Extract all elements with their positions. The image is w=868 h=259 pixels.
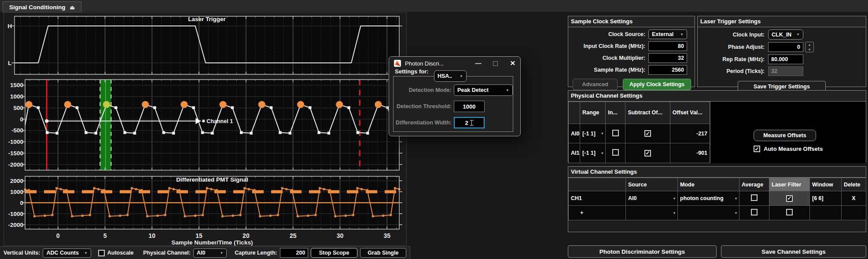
detected-peak-marker bbox=[26, 101, 33, 108]
phase-adjust-spinner[interactable]: ▲ ▼ bbox=[805, 42, 814, 52]
sample-rate-input[interactable]: 2560 bbox=[648, 65, 687, 75]
detected-peak-marker bbox=[180, 101, 188, 108]
source-dropdown[interactable]: AI0▾ bbox=[626, 191, 678, 206]
rep-rate-input[interactable]: 80.000 bbox=[768, 55, 803, 64]
minimize-icon[interactable]: — bbox=[475, 60, 481, 67]
advanced-button[interactable]: Advanced bbox=[573, 79, 618, 90]
subtract-offsets-checkbox[interactable] bbox=[644, 130, 651, 137]
clock-source-dropdown[interactable]: External ▼ bbox=[648, 29, 687, 39]
tab-signal-conditioning[interactable]: Signal Conditioning ⏏ bbox=[3, 1, 81, 13]
mode-dropdown[interactable]: ▾ bbox=[678, 206, 739, 220]
physical-channel-dropdown[interactable]: AI0 ▼ bbox=[193, 248, 227, 258]
laser-filter-cell bbox=[769, 191, 810, 206]
laser-filter-checkbox[interactable] bbox=[786, 195, 793, 202]
tab-label: Signal Conditioning bbox=[9, 4, 65, 11]
vertical-units-value: ADC Counts bbox=[46, 250, 79, 256]
auto-measure-offsets-checkbox[interactable] bbox=[754, 146, 760, 152]
scope-charts[interactable]: HLLaser TriggerChannel 1150010005000-500… bbox=[4, 13, 406, 246]
virt-column-header[interactable] bbox=[569, 178, 626, 191]
range-value: [-1 1] bbox=[582, 150, 596, 156]
virt-column-header[interactable]: Mode bbox=[678, 178, 739, 191]
maximize-icon[interactable] bbox=[493, 61, 498, 66]
virt-column-header[interactable]: Source bbox=[626, 178, 678, 191]
virt-column-header[interactable]: Average bbox=[739, 178, 769, 191]
physical-channel-name-cell[interactable]: AI0 bbox=[569, 124, 580, 143]
virt-column-header[interactable]: Laser Filter bbox=[769, 178, 810, 191]
virtual-channels-table: SourceModeAverageLaser FilterWindowDelet… bbox=[568, 178, 866, 220]
laser-filter-checkbox[interactable] bbox=[786, 209, 793, 215]
virt-column-header[interactable]: Window bbox=[810, 178, 842, 191]
physical-channel-settings-panel: Physical Channel Settings RangeIn...Subt… bbox=[568, 90, 866, 163]
spinner-up-icon[interactable]: ▲ bbox=[805, 42, 813, 47]
physical-channel-settings-title: Physical Channel Settings bbox=[568, 91, 866, 102]
svg-text:1000: 1000 bbox=[10, 93, 23, 100]
measure-offsets-button[interactable]: Measure Offsets bbox=[754, 130, 816, 141]
physical-channel-name-cell[interactable]: AI1 bbox=[569, 143, 580, 163]
detection-threshold-input[interactable]: 1000 bbox=[454, 101, 485, 112]
range-dropdown[interactable]: [-1 1]▾ bbox=[580, 124, 606, 143]
settings-for-dropdown[interactable]: HSA.. ▼ bbox=[434, 70, 467, 82]
svg-text:35: 35 bbox=[383, 232, 390, 239]
physical-channel-row: AI0[-1 1]▾-217 bbox=[569, 124, 710, 143]
window-cell[interactable] bbox=[810, 206, 842, 220]
clock-input-value: CLK_IN bbox=[772, 32, 791, 38]
invert-checkbox[interactable] bbox=[612, 130, 619, 136]
settings-for-group: Settings for: HSA.. ▼ Detection Mode: Pe… bbox=[393, 76, 513, 132]
differentiation-width-input[interactable]: 2 bbox=[454, 117, 485, 128]
svg-text:10: 10 bbox=[149, 232, 156, 239]
subtract-offsets-checkbox[interactable] bbox=[644, 150, 651, 157]
phase-adjust-input[interactable]: 0 bbox=[768, 42, 803, 52]
average-checkbox[interactable] bbox=[751, 209, 758, 215]
laser-filter-cell bbox=[769, 206, 810, 220]
mode-dropdown[interactable]: photon counting▾ bbox=[678, 191, 739, 206]
virt-column-header[interactable]: Delete bbox=[842, 178, 866, 191]
invert-cell bbox=[606, 124, 625, 143]
invert-checkbox[interactable] bbox=[612, 149, 619, 156]
delete-channel-button[interactable]: X bbox=[842, 191, 866, 206]
vertical-units-dropdown[interactable]: ADC Counts ▼ bbox=[43, 248, 91, 258]
delete-channel-button[interactable] bbox=[842, 206, 866, 220]
input-clock-rate-input[interactable]: 80 bbox=[648, 41, 687, 51]
average-cell bbox=[739, 191, 769, 206]
phys-column-header[interactable]: Subtract Of... bbox=[625, 102, 670, 124]
chevron-down-icon: ▾ bbox=[735, 211, 737, 215]
svg-text:-1500: -1500 bbox=[8, 150, 23, 157]
phys-column-header[interactable]: In... bbox=[606, 102, 625, 124]
detection-threshold-label: Detection Threshold: bbox=[394, 103, 452, 109]
add-channel-button[interactable]: + bbox=[569, 206, 626, 220]
offset-value-cell[interactable]: -217 bbox=[670, 124, 710, 143]
clock-input-dropdown[interactable]: CLK_IN ▼ bbox=[768, 29, 803, 40]
stop-scope-button[interactable]: Stop Scope bbox=[311, 248, 357, 258]
photon-discriminator-settings-button[interactable]: Photon Discriminator Settings bbox=[568, 245, 717, 258]
offset-value-cell[interactable]: -901 bbox=[670, 143, 710, 163]
phys-column-header[interactable]: Range bbox=[580, 102, 606, 124]
phys-column-header[interactable]: Offset Val... bbox=[670, 102, 710, 124]
chevron-down-icon: ▾ bbox=[673, 197, 675, 201]
window-cell[interactable]: [6 6] bbox=[810, 191, 842, 206]
detected-peak-marker bbox=[220, 101, 227, 108]
virtual-channel-name-cell[interactable]: CH1 bbox=[569, 191, 626, 206]
detected-peak-marker bbox=[336, 101, 343, 108]
source-dropdown[interactable]: ▾ bbox=[626, 206, 678, 220]
apply-clock-settings-button[interactable]: Apply Clock Settings bbox=[623, 79, 691, 90]
svg-text:15: 15 bbox=[195, 232, 202, 239]
clock-multiplier-input[interactable]: 32 bbox=[648, 53, 687, 63]
physical-channel-row: AI1[-1 1]▾-901 bbox=[569, 143, 710, 163]
average-checkbox[interactable] bbox=[751, 194, 758, 201]
capture-length-input[interactable]: 200 bbox=[280, 248, 309, 258]
phys-column-header[interactable] bbox=[569, 102, 580, 124]
grab-single-button[interactable]: Grab Single bbox=[360, 248, 406, 258]
autoscale-checkbox[interactable] bbox=[98, 250, 105, 256]
detected-peak-marker bbox=[142, 101, 149, 108]
spinner-down-icon[interactable]: ▼ bbox=[805, 47, 813, 52]
svg-text:H: H bbox=[7, 23, 12, 29]
physical-channel-label: Physical Channel: bbox=[143, 250, 191, 256]
range-dropdown[interactable]: [-1 1]▾ bbox=[580, 143, 606, 163]
source-value: AI0 bbox=[628, 195, 636, 201]
save-channel-settings-button[interactable]: Save Channel Settings bbox=[721, 245, 866, 258]
virtual-channel-row: +▾▾ bbox=[569, 206, 866, 220]
close-icon[interactable]: ✕ bbox=[510, 59, 515, 67]
clock-multiplier-label: Clock Multiplier: bbox=[568, 55, 648, 61]
invert-cell bbox=[606, 143, 625, 163]
detection-mode-dropdown[interactable]: Peak Detect ▼ bbox=[454, 84, 513, 96]
